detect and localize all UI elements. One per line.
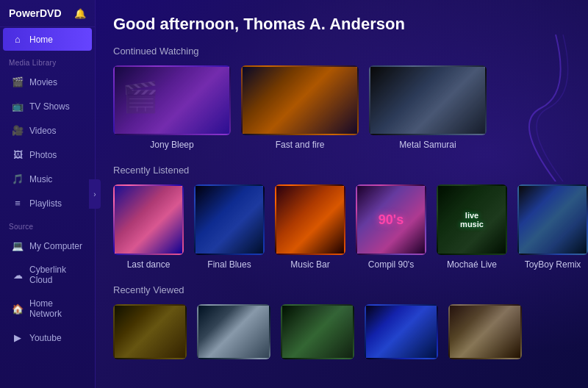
rv-card-1[interactable] xyxy=(113,304,187,359)
tv-icon: 📺 xyxy=(12,101,24,112)
source-label: Source xyxy=(0,215,95,234)
media-card-fast-fire[interactable]: Fast and fire xyxy=(241,65,359,150)
media-card-toyboy-remix[interactable]: ToyBoy Remix xyxy=(517,184,588,270)
thumb-metal-samurai[interactable] xyxy=(369,65,487,135)
rv-thumb-2[interactable] xyxy=(197,304,270,359)
continued-watching-section: Continued Watching Jony Bleep Fast and f… xyxy=(113,46,570,150)
label-toyboy-remix: ToyBoy Remix xyxy=(525,259,581,270)
sidebar-item-music[interactable]: 🎵 Music xyxy=(3,168,92,190)
label-metal-samurai: Metal Samurai xyxy=(399,140,456,150)
thumb-overlay xyxy=(519,186,587,254)
label-mochate-live: Mochaé Live xyxy=(447,259,497,270)
rv-card-3[interactable] xyxy=(281,304,354,359)
network-icon: 🏠 xyxy=(12,303,24,315)
thumb-overlay xyxy=(357,186,425,254)
recently-viewed-row xyxy=(113,304,570,359)
thumb-overlay xyxy=(115,186,182,254)
bell-icon[interactable]: 🔔 xyxy=(74,8,86,19)
sidebar-label-tv-shows: TV Shows xyxy=(29,101,70,112)
cloud-icon: ☁ xyxy=(12,270,24,281)
sidebar-label-movies: Movies xyxy=(29,77,57,87)
videos-icon: 🎥 xyxy=(12,125,24,136)
app-title: PowerDVD xyxy=(9,7,62,19)
sidebar-label-playlists: Playlists xyxy=(29,198,62,209)
sidebar-item-videos[interactable]: 🎥 Videos xyxy=(3,119,92,142)
label-jony-bleep: Jony Bleep xyxy=(150,140,193,150)
sidebar-item-youtube[interactable]: ▶ Youtube xyxy=(3,326,92,349)
sidebar-label-photos: Photos xyxy=(29,150,57,160)
movies-icon: 🎬 xyxy=(12,76,24,87)
sidebar-header: PowerDVD 🔔 xyxy=(0,0,95,27)
media-card-jony-bleep[interactable]: Jony Bleep xyxy=(113,65,231,150)
thumb-compil-90s[interactable] xyxy=(356,184,426,255)
home-icon: ⌂ xyxy=(12,34,24,45)
rv-thumb-1[interactable] xyxy=(113,304,187,359)
rv-thumb-3[interactable] xyxy=(281,304,354,359)
sidebar-label-music: Music xyxy=(29,174,52,184)
music-icon: 🎵 xyxy=(12,173,24,184)
thumb-overlay xyxy=(370,67,485,134)
thumb-fast-fire[interactable] xyxy=(241,65,359,135)
sidebar-label-home-network: Home Network xyxy=(29,298,83,319)
recently-listened-section: Recently Listened Last dance Final Blues… xyxy=(113,165,570,270)
rv-card-5[interactable] xyxy=(448,304,522,359)
thumb-final-blues[interactable] xyxy=(194,184,265,255)
thumb-jony-bleep[interactable] xyxy=(113,65,231,135)
recently-listened-row: Last dance Final Blues Music Bar Compil … xyxy=(113,184,570,270)
thumb-overlay xyxy=(115,67,229,134)
sidebar-label-my-computer: My Computer xyxy=(29,241,82,251)
sidebar-item-photos[interactable]: 🖼 Photos xyxy=(3,143,92,166)
label-music-bar: Music Bar xyxy=(290,259,329,270)
media-card-metal-samurai[interactable]: Metal Samurai xyxy=(369,65,487,150)
continued-watching-title: Continued Watching xyxy=(113,46,570,57)
label-fast-fire: Fast and fire xyxy=(276,140,325,150)
thumb-overlay xyxy=(276,186,344,254)
sidebar-item-playlists[interactable]: ≡ Playlists xyxy=(3,192,92,215)
media-library-label: Media Library xyxy=(0,51,95,70)
collapse-icon: › xyxy=(93,190,96,198)
thumb-overlay xyxy=(438,186,506,254)
sidebar-item-cyberlink-cloud[interactable]: ☁ Cyberlink Cloud xyxy=(3,259,92,291)
sidebar-item-my-computer[interactable]: 💻 My Computer xyxy=(3,234,92,257)
thumb-toyboy-remix[interactable] xyxy=(517,184,588,255)
recently-listened-title: Recently Listened xyxy=(113,165,570,176)
sidebar: PowerDVD 🔔 ⌂ Home Media Library 🎬 Movies… xyxy=(0,0,96,388)
continued-watching-row: Jony Bleep Fast and fire Metal Samurai xyxy=(113,65,570,150)
sidebar-item-movies[interactable]: 🎬 Movies xyxy=(3,71,92,93)
greeting-text: Good afternoon, Thomas A. Anderson xyxy=(113,15,570,34)
sidebar-label-videos: Videos xyxy=(29,126,56,136)
playlists-icon: ≡ xyxy=(12,198,24,209)
sidebar-item-home[interactable]: ⌂ Home xyxy=(3,28,92,51)
label-last-dance: Last dance xyxy=(127,259,171,270)
sidebar-label-home: Home xyxy=(29,35,53,45)
main-content: Good afternoon, Thomas A. Anderson Conti… xyxy=(96,0,588,388)
sidebar-label-cyberlink-cloud: Cyberlink Cloud xyxy=(29,265,83,285)
media-card-music-bar[interactable]: Music Bar xyxy=(275,184,345,270)
label-compil-90s: Compil 90's xyxy=(368,259,414,270)
media-card-final-blues[interactable]: Final Blues xyxy=(194,184,265,270)
recently-viewed-title: Recently Viewed xyxy=(113,284,570,295)
rv-thumb-5[interactable] xyxy=(448,304,522,359)
thumb-overlay xyxy=(196,186,263,254)
thumb-last-dance[interactable] xyxy=(113,184,184,255)
sidebar-collapse-button[interactable]: › xyxy=(89,179,101,209)
media-card-compil-90s[interactable]: Compil 90's xyxy=(356,184,426,270)
youtube-icon: ▶ xyxy=(12,332,24,343)
thumb-music-bar[interactable] xyxy=(275,184,345,255)
label-final-blues: Final Blues xyxy=(207,259,251,270)
sidebar-label-youtube: Youtube xyxy=(29,333,62,343)
recently-viewed-section: Recently Viewed xyxy=(113,284,570,359)
thumb-mochate-live[interactable] xyxy=(437,184,507,255)
thumb-overlay xyxy=(243,67,357,134)
media-card-mochate-live[interactable]: Mochaé Live xyxy=(437,184,507,270)
rv-thumb-4[interactable] xyxy=(365,304,438,359)
sidebar-item-tv-shows[interactable]: 📺 TV Shows xyxy=(3,95,92,118)
rv-card-4[interactable] xyxy=(365,304,438,359)
computer-icon: 💻 xyxy=(12,240,24,251)
sidebar-item-home-network[interactable]: 🏠 Home Network xyxy=(3,292,92,325)
rv-card-2[interactable] xyxy=(197,304,270,359)
media-card-last-dance[interactable]: Last dance xyxy=(113,184,184,270)
photos-icon: 🖼 xyxy=(12,149,24,160)
